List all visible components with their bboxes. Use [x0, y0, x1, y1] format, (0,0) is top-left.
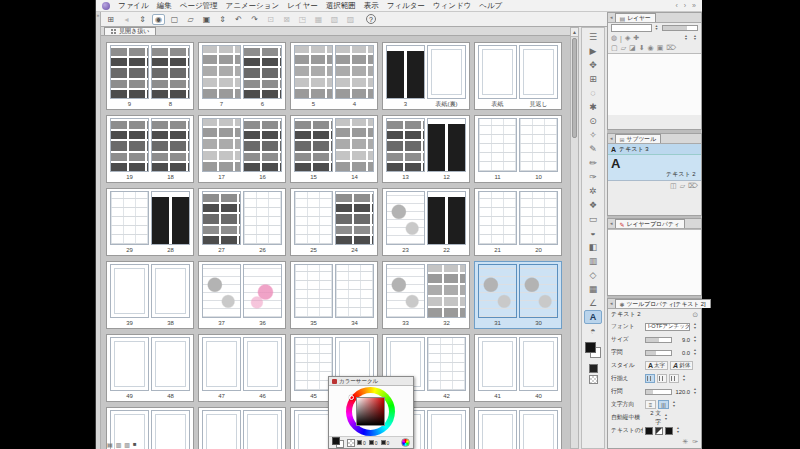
- settings-gear-icon[interactable]: ✳: [682, 438, 688, 446]
- font-dropdown[interactable]: I-OTFアンチックStd B: [645, 323, 690, 331]
- text-color-chip[interactable]: [645, 427, 653, 435]
- scrollbar-thumb[interactable]: [572, 38, 577, 138]
- page-spread-selected[interactable]: 3130: [474, 261, 562, 329]
- lock-icon[interactable]: ◈: [625, 34, 630, 42]
- fg-bg-swatches[interactable]: [332, 437, 345, 448]
- menu-item-7[interactable]: フィルター: [387, 1, 425, 11]
- page-spread[interactable]: 1716: [198, 115, 286, 183]
- reset-brush-icon[interactable]: ✑: [692, 438, 698, 446]
- page-spread[interactable]: 1110: [474, 115, 562, 183]
- page-thumbnail[interactable]: [386, 264, 425, 318]
- bold-toggle-button[interactable]: A太字: [645, 361, 668, 370]
- menu-item-0[interactable]: ファイル: [118, 1, 149, 11]
- page-thumbnail[interactable]: [478, 264, 517, 318]
- undo-icon[interactable]: ↶: [232, 14, 245, 25]
- page-thumbnail[interactable]: [294, 118, 333, 172]
- stepper-icon[interactable]: ▲▼: [681, 375, 687, 381]
- page-thumbnail[interactable]: [335, 118, 374, 172]
- decoration-tool[interactable]: ❖: [584, 198, 602, 212]
- page-thumbnail[interactable]: [519, 337, 558, 391]
- property-slider[interactable]: [645, 350, 672, 356]
- page-order-icon[interactable]: ⇕: [136, 14, 149, 25]
- subtool-item-text2[interactable]: A テキスト 2: [608, 155, 701, 181]
- auto-select-tool[interactable]: ✱: [584, 100, 602, 114]
- page-thumbnail[interactable]: [110, 191, 149, 245]
- page-thumbnail[interactable]: [151, 118, 190, 172]
- tab-subtool[interactable]: ⊞ サブツール: [615, 134, 662, 143]
- page-spread[interactable]: 4746: [198, 334, 286, 402]
- page-thumbnail[interactable]: [151, 45, 190, 99]
- tab-layer[interactable]: ▤ レイヤー: [615, 13, 656, 22]
- collapse-icon[interactable]: ◂: [610, 299, 613, 308]
- page-thumbnail[interactable]: [386, 191, 425, 245]
- page-spread[interactable]: [198, 407, 286, 449]
- crop-icon[interactable]: ◳: [296, 14, 309, 25]
- hue-marker[interactable]: [349, 395, 354, 400]
- page-thumbnail[interactable]: [478, 410, 517, 449]
- clip-icon[interactable]: ✚: [633, 34, 639, 42]
- page-thumbnail[interactable]: [294, 45, 333, 99]
- menu-item-6[interactable]: 表示: [364, 1, 379, 11]
- user-color-chip[interactable]: [665, 427, 673, 435]
- airbrush-tool[interactable]: ✲: [584, 184, 602, 198]
- rainbow-mode-icon[interactable]: [401, 438, 410, 447]
- duplicate-layer-icon[interactable]: ◪: [629, 44, 636, 52]
- page-thumbnail[interactable]: [151, 264, 190, 318]
- dock-arrow-icon[interactable]: »: [692, 2, 696, 9]
- vertical-scrollbar[interactable]: ▲: [570, 27, 579, 449]
- page-spread[interactable]: 3332: [382, 261, 470, 329]
- stepper-icon[interactable]: ▲▼: [683, 35, 689, 41]
- page-thumbnail[interactable]: [110, 264, 149, 318]
- redo-icon[interactable]: ↷: [248, 14, 261, 25]
- open-file-icon[interactable]: ▱: [184, 14, 197, 25]
- collapse-icon[interactable]: ◂: [610, 134, 613, 143]
- page-thumbnail[interactable]: [519, 191, 558, 245]
- italic-toggle-button[interactable]: A斜体: [670, 361, 693, 370]
- page-thumbnail[interactable]: [202, 191, 241, 245]
- preview-eye-icon[interactable]: ◉: [152, 14, 165, 25]
- footer-fill-icon[interactable]: ■: [133, 441, 137, 448]
- subtool-item-text3[interactable]: A テキスト 3: [608, 144, 701, 155]
- text-tool[interactable]: A: [584, 310, 602, 324]
- balloon-tool[interactable]: ◓: [584, 324, 602, 338]
- menu-item-8[interactable]: ウィンドウ: [433, 1, 471, 11]
- help-icon[interactable]: ?: [366, 14, 376, 24]
- page-spread[interactable]: [474, 407, 562, 449]
- page-thumbnail[interactable]: [335, 191, 374, 245]
- layer-list[interactable]: [608, 53, 701, 115]
- gradient-tool[interactable]: ▥: [584, 254, 602, 268]
- delete-layer-icon[interactable]: ⌦: [666, 44, 676, 52]
- stepper-icon[interactable]: ▲▼: [692, 35, 698, 41]
- foreground-color-swatch[interactable]: [585, 342, 596, 353]
- sort-updown-icon[interactable]: ⇕: [216, 14, 229, 25]
- page-thumbnail[interactable]: [427, 118, 466, 172]
- page-spread[interactable]: 4948: [106, 334, 194, 402]
- ruler-tool[interactable]: ∠: [584, 296, 602, 310]
- page-thumbnail[interactable]: [519, 264, 558, 318]
- magnifier-icon[interactable]: ⊙: [692, 311, 698, 319]
- page-spread[interactable]: 1514: [290, 115, 378, 183]
- delete-subtool-icon[interactable]: ⌦: [688, 182, 698, 190]
- footer-page-icon[interactable]: ▤: [107, 441, 113, 448]
- eyedropper-tool[interactable]: ✧: [584, 128, 602, 142]
- page-spread[interactable]: 4140: [474, 334, 562, 402]
- menu-item-1[interactable]: 編集: [157, 1, 172, 11]
- page-thumbnail[interactable]: [335, 45, 374, 99]
- menu-item-3[interactable]: アニメーション: [226, 1, 280, 11]
- page-thumbnail[interactable]: [243, 118, 282, 172]
- opacity-slider[interactable]: [662, 25, 699, 31]
- figure-tool[interactable]: ◇: [584, 268, 602, 282]
- sub-color-swatch[interactable]: [589, 364, 598, 373]
- tab-layer-property[interactable]: ✎ レイヤープロパティ: [615, 219, 685, 228]
- eye-icon[interactable]: ◉: [648, 44, 654, 52]
- page-spread[interactable]: 54: [290, 42, 378, 110]
- page-thumbnail[interactable]: [243, 410, 282, 449]
- page-thumbnail[interactable]: [202, 337, 241, 391]
- page-spread[interactable]: 2726: [198, 188, 286, 256]
- stepper-icon[interactable]: ▲▼: [675, 427, 681, 433]
- page-spread[interactable]: 1918: [106, 115, 194, 183]
- hue-ring[interactable]: [346, 387, 395, 436]
- reselect-icon[interactable]: ⊠: [280, 14, 293, 25]
- page-spread[interactable]: 3534: [290, 261, 378, 329]
- page-thumbnail[interactable]: [386, 45, 425, 99]
